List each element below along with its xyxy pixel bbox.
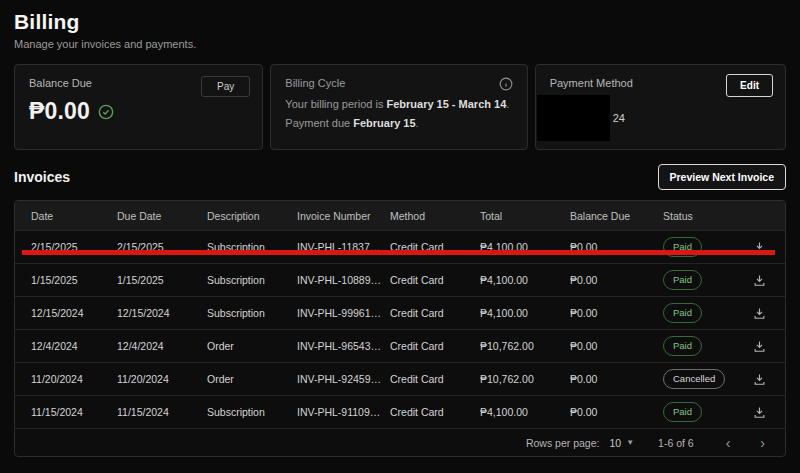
status-badge: Paid	[663, 270, 702, 290]
column-header-balance-due: Balance Due	[570, 210, 663, 222]
invoices-heading: Invoices	[14, 169, 70, 185]
status-badge: Cancelled	[663, 369, 725, 389]
invoice-row: 12/4/202412/4/2024OrderINV-PHL-965436-6……	[15, 329, 785, 362]
info-icon[interactable]	[499, 77, 513, 91]
pagination-range: 1-6 of 6	[658, 437, 694, 449]
card-number-suffix: 24	[613, 112, 625, 124]
cell-description: Subscription	[207, 307, 297, 319]
cell-invoice-number: INV-PHL-965436-6…	[297, 340, 390, 352]
column-header-method: Method	[390, 210, 480, 222]
cell-method: Credit Card	[390, 307, 480, 319]
cell-method: Credit Card	[390, 274, 480, 286]
billing-page: Billing Manage your invoices and payment…	[0, 0, 800, 473]
page-subtitle: Manage your invoices and payments.	[14, 38, 786, 51]
cell-due-date: 12/15/2024	[117, 307, 207, 319]
cell-description: Subscription	[207, 406, 297, 418]
cell-description: Subscription	[207, 274, 297, 286]
billing-cycle-card: Billing Cycle Your billing period is Feb…	[270, 64, 527, 150]
cell-invoice-number: INV-PHL-999613-9…	[297, 307, 390, 319]
invoices-header-bar: Invoices Preview Next Invoice	[14, 164, 786, 190]
cell-date: 1/15/2025	[31, 274, 117, 286]
billing-cycle-label: Billing Cycle	[285, 77, 512, 89]
cell-due-date: 1/15/2025	[117, 274, 207, 286]
column-header-invoice-number: Invoice Number	[297, 210, 390, 222]
cell-description: Order	[207, 373, 297, 385]
table-header-row: DateDue DateDescriptionInvoice NumberMet…	[15, 201, 785, 230]
cell-due-date: 11/15/2024	[117, 406, 207, 418]
column-header-date: Date	[31, 210, 117, 222]
balance-amount: ₱0.00	[29, 98, 90, 125]
payment-due-date: February 15	[353, 117, 415, 129]
download-invoice-button[interactable]	[750, 271, 769, 290]
status-badge: Paid	[663, 303, 702, 323]
cell-method: Credit Card	[390, 340, 480, 352]
cell-date: 12/4/2024	[31, 340, 117, 352]
balance-due-card: Balance Due Pay ₱0.00	[14, 64, 263, 150]
invoice-row: 11/15/202411/15/2024SubscriptionINV-PHL-…	[15, 395, 785, 428]
pay-button[interactable]: Pay	[201, 76, 250, 97]
chevron-down-icon: ▼	[626, 438, 634, 447]
invoice-row: 11/20/202411/20/2024OrderINV-PHL-924594-…	[15, 362, 785, 395]
cell-balance-due: ₱0.00	[570, 406, 663, 418]
column-header-total: Total	[480, 210, 570, 222]
cell-balance-due: ₱0.00	[570, 274, 663, 286]
preview-next-invoice-button[interactable]: Preview Next Invoice	[658, 164, 786, 190]
invoice-row: 1/15/20251/15/2025SubscriptionINV-PHL-10…	[15, 263, 785, 296]
previous-page-button[interactable]: ‹	[722, 434, 735, 452]
invoice-row: 2/15/20252/15/2025SubscriptionINV-PHL-11…	[15, 230, 785, 263]
column-header-status: Status	[663, 210, 743, 222]
summary-cards: Balance Due Pay ₱0.00 Billing Cycle You	[14, 64, 786, 150]
cell-total: ₱4,100.00	[480, 307, 570, 319]
rows-per-page-label: Rows per page:	[526, 437, 600, 449]
cell-date: 12/15/2024	[31, 307, 117, 319]
column-header-description: Description	[207, 210, 297, 222]
invoices-table: DateDue DateDescriptionInvoice NumberMet…	[14, 200, 786, 457]
download-invoice-button[interactable]	[750, 403, 769, 422]
cell-balance-due: ₱0.00	[570, 373, 663, 385]
cell-total: ₱4,100.00	[480, 406, 570, 418]
download-invoice-button[interactable]	[750, 337, 769, 356]
rows-per-page-select[interactable]: 10 ▼	[609, 437, 634, 449]
red-underline-annotation	[22, 250, 775, 255]
cell-due-date: 11/20/2024	[117, 373, 207, 385]
table-body: 2/15/20252/15/2025SubscriptionINV-PHL-11…	[15, 230, 785, 428]
check-circle-icon	[98, 104, 114, 120]
status-badge: Paid	[663, 402, 702, 422]
cell-method: Credit Card	[390, 373, 480, 385]
billing-period-text: Your billing period is February 15 - Mar…	[285, 98, 512, 110]
edit-payment-button[interactable]: Edit	[726, 74, 773, 97]
cell-total: ₱4,100.00	[480, 274, 570, 286]
payment-due-text: Payment due February 15.	[285, 117, 512, 129]
status-badge: Paid	[663, 336, 702, 356]
cell-date: 11/15/2024	[31, 406, 117, 418]
cell-invoice-number: INV-PHL-1088955-…	[297, 274, 390, 286]
payment-method-card: Payment Method Edit 24	[535, 64, 786, 150]
billing-period-dates: February 15 - March 14	[386, 98, 506, 110]
cell-description: Order	[207, 340, 297, 352]
page-title: Billing	[14, 10, 786, 34]
cell-due-date: 12/4/2024	[117, 340, 207, 352]
invoice-row: 12/15/202412/15/2024SubscriptionINV-PHL-…	[15, 296, 785, 329]
table-footer: Rows per page: 10 ▼ 1-6 of 6 ‹ ›	[15, 428, 785, 456]
download-invoice-button[interactable]	[750, 304, 769, 323]
cell-total: ₱10,762.00	[480, 340, 570, 352]
cell-date: 11/20/2024	[31, 373, 117, 385]
download-invoice-button[interactable]	[750, 370, 769, 389]
next-page-button[interactable]: ›	[756, 434, 769, 452]
cell-invoice-number: INV-PHL-924594-51…	[297, 373, 390, 385]
cell-balance-due: ₱0.00	[570, 307, 663, 319]
cell-total: ₱10,762.00	[480, 373, 570, 385]
cell-method: Credit Card	[390, 406, 480, 418]
cell-invoice-number: INV-PHL-911097-40…	[297, 406, 390, 418]
cell-balance-due: ₱0.00	[570, 340, 663, 352]
column-header-due-date: Due Date	[117, 210, 207, 222]
redacted-card-info	[537, 95, 610, 141]
